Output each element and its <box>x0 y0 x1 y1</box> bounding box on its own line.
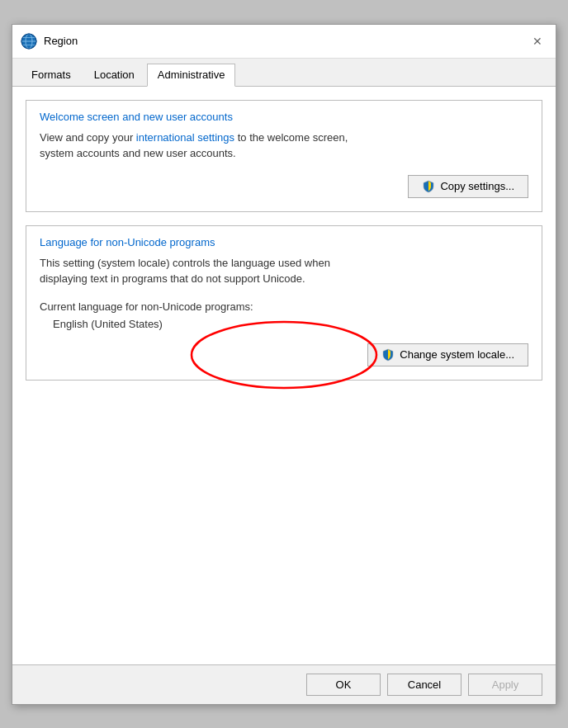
tab-location[interactable]: Location <box>83 64 145 86</box>
change-locale-container: Change system locale... <box>40 343 528 366</box>
change-system-locale-button[interactable]: Change system locale... <box>367 343 528 366</box>
content-area: Welcome screen and new user accounts Vie… <box>12 87 556 664</box>
unicode-section-title: Language for non-Unicode programs <box>40 236 528 248</box>
change-locale-label: Change system locale... <box>400 348 514 361</box>
welcome-section: Welcome screen and new user accounts Vie… <box>26 100 542 212</box>
copy-settings-label: Copy settings... <box>440 180 514 192</box>
close-button[interactable]: ✕ <box>528 31 547 51</box>
unicode-desc-line2: displaying text in programs that do not … <box>40 272 305 285</box>
title-bar: Region ✕ <box>12 25 556 59</box>
globe-icon <box>21 33 37 50</box>
footer: OK Cancel Apply <box>12 664 556 704</box>
unicode-desc-line1: This setting (system locale) controls th… <box>40 257 330 269</box>
copy-settings-row: Copy settings... <box>40 175 528 198</box>
cancel-button[interactable]: Cancel <box>387 674 462 696</box>
welcome-desc-line2: system accounts and new user accounts. <box>40 147 236 159</box>
welcome-desc-line1: View and copy your international setting… <box>40 131 348 144</box>
unicode-section: Language for non-Unicode programs This s… <box>26 225 542 381</box>
welcome-section-title: Welcome screen and new user accounts <box>40 111 528 123</box>
tab-formats[interactable]: Formats <box>21 64 82 86</box>
shield-icon-locale <box>381 348 395 362</box>
welcome-section-desc: View and copy your international setting… <box>40 130 528 162</box>
current-language-label: Current language for non-Unicode program… <box>40 300 528 313</box>
window-title: Region <box>44 35 78 47</box>
current-language-value: English (United States) <box>53 318 528 330</box>
svg-point-6 <box>192 322 376 388</box>
shield-icon-copy <box>422 180 435 193</box>
tab-administrative[interactable]: Administrative <box>147 64 236 87</box>
region-window: Region ✕ Formats Location Administrative… <box>12 24 556 705</box>
ok-button[interactable]: OK <box>306 674 381 696</box>
tabs-bar: Formats Location Administrative <box>12 59 556 87</box>
title-bar-left: Region <box>21 33 78 50</box>
unicode-section-desc: This setting (system locale) controls th… <box>40 255 528 287</box>
apply-button[interactable]: Apply <box>468 674 542 696</box>
copy-settings-button[interactable]: Copy settings... <box>408 175 528 198</box>
